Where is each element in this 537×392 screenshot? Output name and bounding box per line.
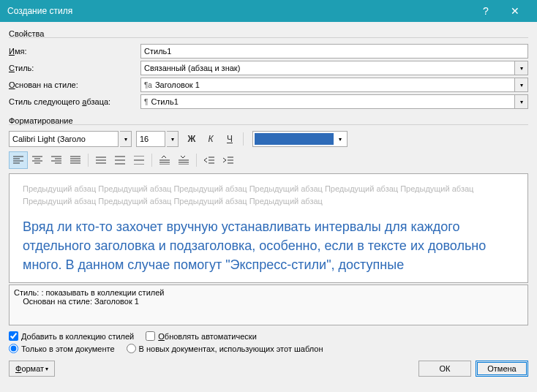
align-right-button[interactable] xyxy=(47,151,66,169)
next-style-label: Стиль следующего абзаца: xyxy=(9,97,140,106)
type-select[interactable]: Связанный (абзац и знак) xyxy=(140,61,515,75)
indent-increase-button[interactable] xyxy=(219,151,238,169)
underline-button[interactable]: Ч xyxy=(221,131,239,147)
font-size-select[interactable]: 16 xyxy=(136,131,165,147)
align-justify-button[interactable] xyxy=(66,151,85,169)
chevron-down-icon: ▾ xyxy=(335,136,345,143)
chevron-down-icon[interactable]: ▾ xyxy=(120,131,132,147)
italic-button[interactable]: К xyxy=(202,131,219,147)
line-spacing-15-button[interactable] xyxy=(110,151,129,169)
font-family-select[interactable]: Calibri Light (Заголо xyxy=(9,131,119,147)
only-this-doc-radio[interactable] xyxy=(9,344,18,353)
name-label: Имя: xyxy=(9,47,140,56)
only-this-doc-label: Только в этом документе xyxy=(21,344,115,353)
name-input[interactable] xyxy=(140,44,528,59)
ok-button[interactable]: ОК xyxy=(418,361,471,377)
close-icon[interactable]: ✕ xyxy=(500,0,530,22)
format-menu-button[interactable]: Формат ▾ xyxy=(9,361,55,377)
line-spacing-2-button[interactable] xyxy=(129,151,149,169)
indent-decrease-button[interactable] xyxy=(200,151,219,169)
preview-prev-paragraph: Предыдущий абзац Предыдущий абзац Предыд… xyxy=(23,183,514,207)
title-text: Создание стиля xyxy=(7,6,471,16)
pilcrow-icon: ¶a xyxy=(144,81,152,89)
line-spacing-1-button[interactable] xyxy=(91,151,110,169)
para-space-increase-button[interactable] xyxy=(155,151,174,169)
auto-update-checkbox[interactable] xyxy=(146,331,155,341)
next-style-select[interactable]: ¶Стиль1 xyxy=(140,94,515,109)
para-space-decrease-button[interactable] xyxy=(174,151,193,169)
chevron-down-icon[interactable]: ▾ xyxy=(515,78,528,92)
auto-update-label: Обновлять автоматически xyxy=(158,332,257,341)
add-to-collection-label: Добавить в коллекцию стилей xyxy=(21,332,134,341)
based-on-label: Основан на стиле: xyxy=(9,80,140,89)
type-label: Стиль: xyxy=(9,64,140,72)
preview-sample-text: Вряд ли кто-то захочет вручную устанавли… xyxy=(23,217,514,274)
chevron-down-icon[interactable]: ▾ xyxy=(515,94,528,109)
description-line: Основан на стиле: Заголовок 1 xyxy=(14,297,523,306)
dialog-content: Свойства Имя: Стиль: Связанный (абзац и … xyxy=(0,22,537,384)
align-left-button[interactable] xyxy=(9,151,28,169)
new-docs-label: В новых документах, использующих этот ша… xyxy=(139,344,323,353)
preview-pane: Предыдущий абзац Предыдущий абзац Предыд… xyxy=(9,173,528,283)
based-on-select[interactable]: ¶aЗаголовок 1 xyxy=(140,78,515,92)
font-color-select[interactable]: ▾ xyxy=(252,131,348,147)
color-swatch xyxy=(255,133,334,145)
align-center-button[interactable] xyxy=(28,151,47,169)
help-icon[interactable]: ? xyxy=(471,0,500,22)
chevron-down-icon[interactable]: ▾ xyxy=(167,131,179,147)
style-description: Стиль: : показывать в коллекции стилей О… xyxy=(9,284,528,325)
description-line: Стиль: : показывать в коллекции стилей xyxy=(14,288,523,297)
bold-button[interactable]: Ж xyxy=(183,131,200,147)
cancel-button[interactable]: Отмена xyxy=(476,361,528,377)
add-to-collection-checkbox[interactable] xyxy=(9,331,18,341)
pilcrow-icon: ¶ xyxy=(144,98,148,106)
new-docs-radio[interactable] xyxy=(127,344,136,353)
titlebar: Создание стиля ? ✕ xyxy=(0,0,537,22)
chevron-down-icon[interactable]: ▾ xyxy=(515,61,528,75)
